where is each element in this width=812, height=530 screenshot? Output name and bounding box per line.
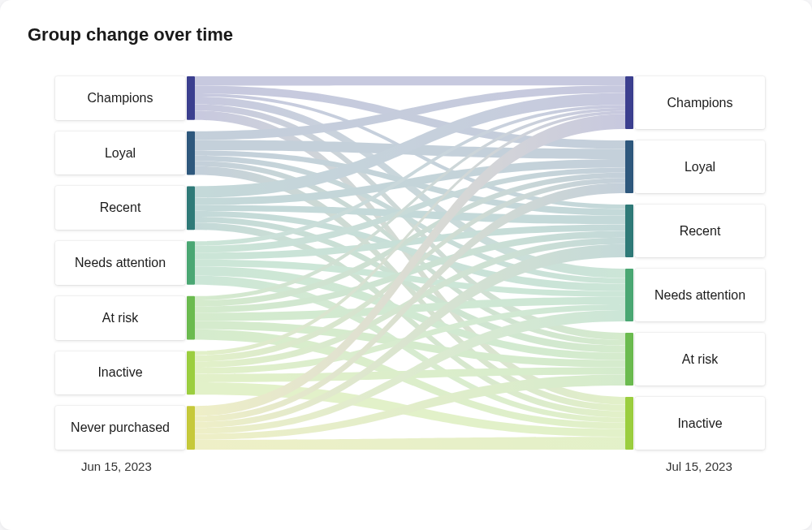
left-node-at-risk[interactable] [187,296,195,340]
node-label-text: Recent [100,201,141,214]
node-label-text: At risk [102,312,138,325]
right-node-champions[interactable] [625,76,633,129]
left-node-champions[interactable] [187,76,195,120]
right-label-needs-attention[interactable]: Needs attention [635,269,765,321]
node-label-text: Never purchased [71,421,170,434]
node-label-text: Loyal [685,161,715,174]
left-label-needs-attention[interactable]: Needs attention [55,241,185,285]
right-label-inactive[interactable]: Inactive [635,397,765,450]
left-node-inactive[interactable] [187,351,195,395]
chart-card: Group change over time ChampionsLoyalRec… [0,0,812,530]
right-node-needs-attention[interactable] [625,269,633,321]
node-label-text: Champions [88,92,153,105]
node-label-text: Inactive [97,366,142,379]
sankey-chart: ChampionsLoyalRecentNeeds attentionAt ri… [24,60,788,482]
node-label-text: Loyal [105,147,136,160]
right-label-champions[interactable]: Champions [635,76,765,129]
sankey-flow[interactable] [195,437,625,450]
node-label-text: Needs attention [654,289,745,302]
right-node-loyal[interactable] [625,140,633,193]
right-node-at-risk[interactable] [625,333,633,386]
right-label-at-risk[interactable]: At risk [635,333,765,386]
left-node-loyal[interactable] [187,131,195,175]
right-node-inactive[interactable] [625,397,633,450]
left-label-never-purchased[interactable]: Never purchased [55,406,185,450]
left-date-label: Jun 15, 2023 [81,459,152,473]
left-label-loyal[interactable]: Loyal [55,131,185,175]
left-label-inactive[interactable]: Inactive [55,351,185,395]
chart-title: Group change over time [28,24,788,45]
right-node-recent[interactable] [625,205,633,257]
left-node-never-purchased[interactable] [187,406,195,450]
sankey-flow[interactable] [195,76,625,86]
node-label-text: At risk [682,353,718,366]
node-label-text: Needs attention [75,256,166,269]
left-label-champions[interactable]: Champions [55,76,185,120]
node-label-text: Champions [667,97,733,110]
node-label-text: Inactive [677,417,722,430]
left-node-needs-attention[interactable] [187,241,195,285]
right-label-loyal[interactable]: Loyal [635,140,765,193]
left-label-recent[interactable]: Recent [55,186,185,230]
node-label-text: Recent [680,225,721,238]
right-label-recent[interactable]: Recent [635,205,765,257]
right-date-label: Jul 15, 2023 [666,459,732,473]
left-node-recent[interactable] [187,186,195,230]
left-label-at-risk[interactable]: At risk [55,296,185,340]
